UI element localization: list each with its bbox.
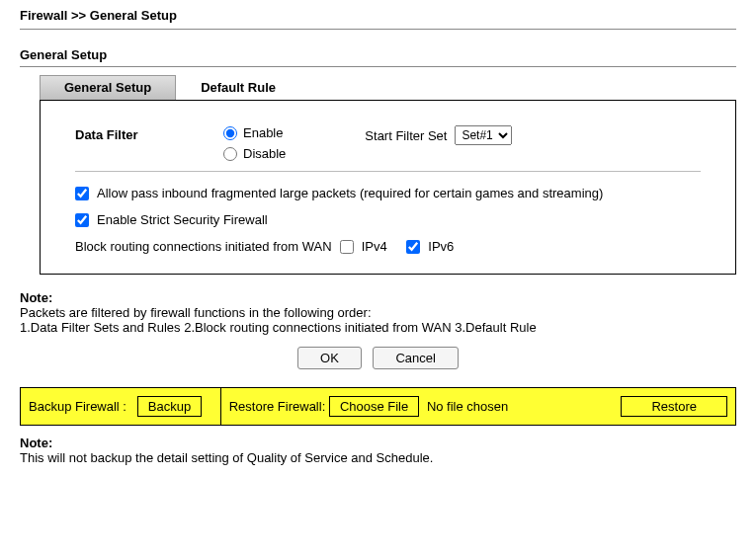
strict-security-row[interactable]: Enable Strict Security Firewall xyxy=(75,212,701,227)
ipv6-checkbox[interactable] xyxy=(406,240,420,254)
divider xyxy=(75,171,701,172)
note1-title: Note: xyxy=(20,290,736,305)
allow-pass-checkbox[interactable] xyxy=(75,187,89,200)
tab-bar: General Setup Default Rule xyxy=(40,75,736,100)
ipv4-label: IPv4 xyxy=(362,239,387,254)
start-filter-set-select[interactable]: Set#1 xyxy=(455,125,512,145)
backup-button[interactable]: Backup xyxy=(137,396,202,417)
backup-restore-table: Backup Firewall : Backup Restore Firewal… xyxy=(20,387,736,426)
block-routing-label: Block routing connections initiated from… xyxy=(75,239,332,254)
general-setup-panel: Data Filter Enable Disable Start Filter … xyxy=(40,100,736,275)
no-file-chosen-label: No file chosen xyxy=(427,399,508,414)
backup-firewall-label: Backup Firewall : xyxy=(29,399,126,414)
data-filter-label: Data Filter xyxy=(75,125,184,142)
data-filter-disable-radio[interactable] xyxy=(223,147,237,161)
cancel-button[interactable]: Cancel xyxy=(373,347,458,369)
tab-general-setup[interactable]: General Setup xyxy=(40,75,176,100)
note-block-2: Note: This will not backup the detail se… xyxy=(20,436,736,465)
enable-label: Enable xyxy=(243,125,283,140)
block-routing-row: Block routing connections initiated from… xyxy=(75,239,701,254)
note-block-1: Note: Packets are filtered by firewall f… xyxy=(20,290,736,335)
ok-button[interactable]: OK xyxy=(297,347,362,369)
ipv6-label: IPv6 xyxy=(428,239,454,254)
allow-pass-label: Allow pass inbound fragmented large pack… xyxy=(97,186,603,200)
action-buttons: OK Cancel xyxy=(20,347,736,369)
note1-line1: Packets are filtered by firewall functio… xyxy=(20,305,736,320)
note2-text: This will not backup the detail setting … xyxy=(20,450,736,465)
strict-security-checkbox[interactable] xyxy=(75,213,89,227)
note1-line2: 1.Data Filter Sets and Rules 2.Block rou… xyxy=(20,320,736,335)
breadcrumb: Firewall >> General Setup xyxy=(20,8,736,30)
data-filter-disable-row[interactable]: Disable xyxy=(223,146,286,161)
strict-security-label: Enable Strict Security Firewall xyxy=(97,212,268,227)
choose-file-button[interactable]: Choose File xyxy=(329,396,419,417)
disable-label: Disable xyxy=(243,146,286,161)
data-filter-enable-radio[interactable] xyxy=(223,126,237,140)
allow-pass-row[interactable]: Allow pass inbound fragmented large pack… xyxy=(75,186,701,200)
note2-title: Note: xyxy=(20,436,736,450)
data-filter-enable-row[interactable]: Enable xyxy=(223,125,286,140)
tab-default-rule[interactable]: Default Rule xyxy=(176,75,300,100)
start-filter-set-label: Start Filter Set xyxy=(365,128,447,143)
restore-firewall-label: Restore Firewall: xyxy=(229,399,326,414)
ipv4-checkbox[interactable] xyxy=(340,240,354,254)
section-title: General Setup xyxy=(20,47,736,67)
restore-button[interactable]: Restore xyxy=(621,396,727,417)
